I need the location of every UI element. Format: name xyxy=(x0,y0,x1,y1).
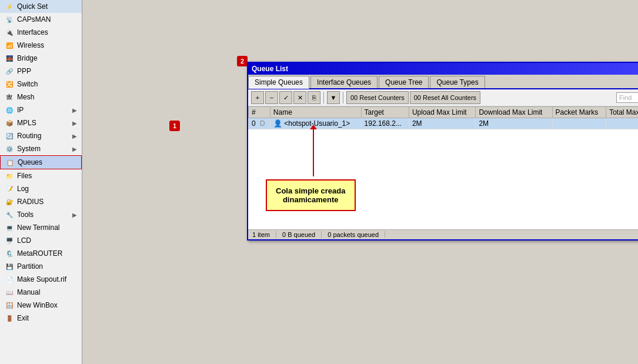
sidebar-item-label: CAPsMAN xyxy=(17,15,51,24)
sidebar-item-label: Bridge xyxy=(17,54,38,62)
sidebar-item-make-supout[interactable]: 📄 Make Supout.rif xyxy=(0,273,82,286)
sidebar-item-capsman[interactable]: 📡 CAPsMAN xyxy=(0,13,82,26)
switch-icon: 🔀 xyxy=(5,79,14,89)
sidebar-item-label: Exit xyxy=(17,314,29,322)
sidebar-item-label: Wireless xyxy=(17,41,44,49)
make-supout-icon: 📄 xyxy=(5,275,14,284)
statusbar: 1 item 0 B queued 0 packets queued xyxy=(248,229,638,239)
sidebar: ⚡ Quick Set 📡 CAPsMAN 🔌 Interfaces 📶 Wir… xyxy=(0,0,82,364)
sidebar-item-label: Log xyxy=(17,185,29,193)
sidebar-item-bridge[interactable]: 🌉 Bridge xyxy=(0,52,82,65)
sidebar-item-label: Partition xyxy=(17,262,43,271)
table-container: # Name Target Upload Max Limit Download … xyxy=(248,106,638,229)
sidebar-item-queues[interactable]: 📋 Queues xyxy=(0,155,82,169)
annotation-box: Cola simple creada dinamicamente xyxy=(266,179,356,211)
tools-arrow: ▶ xyxy=(72,212,77,218)
col-header-total-max: Total Max Limit (bi... ▼ xyxy=(606,107,638,118)
sidebar-item-exit[interactable]: 🚪 Exit xyxy=(0,312,82,325)
sidebar-item-lcd[interactable]: 🖥️ LCD xyxy=(0,234,82,247)
sidebar-item-label: IP xyxy=(17,106,24,114)
sidebar-item-system[interactable]: ⚙️ System ▶ xyxy=(0,142,82,155)
sidebar-item-mesh[interactable]: 🕸 Mesh xyxy=(0,91,82,103)
ip-arrow: ▶ xyxy=(72,107,77,113)
sidebar-item-wireless[interactable]: 📶 Wireless xyxy=(0,39,82,52)
manual-icon: 📖 xyxy=(5,288,14,297)
sidebar-item-label: PPP xyxy=(17,67,31,75)
main-content: 1 2 Queue List ─ □ ✕ Simple Queues Inter… xyxy=(82,0,638,364)
cell-packet-marks xyxy=(552,118,606,129)
new-terminal-icon: 💻 xyxy=(5,223,14,232)
sidebar-item-interfaces[interactable]: 🔌 Interfaces xyxy=(0,26,82,39)
routing-arrow: ▶ xyxy=(72,133,77,139)
remove-button[interactable]: − xyxy=(265,91,278,104)
sidebar-item-label: Manual xyxy=(17,288,40,296)
find-input[interactable]: Find xyxy=(616,92,638,103)
sidebar-item-label: New WinBox xyxy=(17,301,58,309)
disable-button[interactable]: ✕ xyxy=(293,91,306,104)
enable-button[interactable]: ✓ xyxy=(279,91,292,104)
capsman-icon: 📡 xyxy=(5,15,14,24)
sidebar-item-files[interactable]: 📁 Files xyxy=(0,169,82,182)
sidebar-item-manual[interactable]: 📖 Manual xyxy=(0,286,82,299)
tabs-bar: Simple Queues Interface Queues Queue Tre… xyxy=(248,75,638,89)
toolbar-separator xyxy=(323,92,324,103)
sidebar-item-tools[interactable]: 🔧 Tools ▶ xyxy=(0,208,82,221)
toolbar-separator-2 xyxy=(343,92,343,103)
lcd-icon: 🖥️ xyxy=(5,236,14,245)
tab-interface-queues[interactable]: Interface Queues xyxy=(310,76,378,88)
sidebar-item-radius[interactable]: 🔐 RADIUS xyxy=(0,195,82,208)
sidebar-item-label: MPLS xyxy=(17,119,36,127)
sidebar-item-label: Interfaces xyxy=(17,28,48,36)
copy-button[interactable]: ⎘ xyxy=(308,91,320,104)
sidebar-item-label: RADIUS xyxy=(17,198,44,206)
sidebar-item-log[interactable]: 📝 Log xyxy=(0,182,82,195)
statusbar-item-count: 1 item xyxy=(251,231,276,238)
col-header-packet-marks: Packet Marks xyxy=(552,107,606,118)
mpls-arrow: ▶ xyxy=(72,120,77,126)
sidebar-item-partition[interactable]: 💾 Partition xyxy=(0,260,82,273)
cell-upload-max: 2M xyxy=(409,118,475,129)
sidebar-item-label: Routing xyxy=(17,132,41,140)
sidebar-item-new-terminal[interactable]: 💻 New Terminal xyxy=(0,221,82,234)
col-header-num: # xyxy=(249,107,270,118)
radius-icon: 🔐 xyxy=(5,197,14,206)
tab-queue-tree[interactable]: Queue Tree xyxy=(379,76,429,88)
window-title: Queue List xyxy=(252,65,288,73)
system-icon: ⚙️ xyxy=(5,144,14,153)
mpls-icon: 📦 xyxy=(5,118,14,128)
sidebar-item-label: System xyxy=(17,145,41,153)
sidebar-item-label: Switch xyxy=(17,80,38,88)
sidebar-item-mpls[interactable]: 📦 MPLS ▶ xyxy=(0,116,82,129)
sidebar-item-routing[interactable]: 🔄 Routing ▶ xyxy=(0,129,82,142)
ip-icon: 🌐 xyxy=(5,105,14,115)
sidebar-item-metarouter[interactable]: 🗜️ MetaROUTER xyxy=(0,247,82,260)
cell-target: 192.168.2... xyxy=(361,118,409,129)
sidebar-item-quick-set[interactable]: ⚡ Quick Set xyxy=(0,0,82,13)
annotation-arrowhead xyxy=(310,125,317,129)
sidebar-item-label: Queues xyxy=(18,158,42,166)
system-arrow: ▶ xyxy=(72,146,77,152)
reset-counters-button[interactable]: 00 Reset Counters xyxy=(346,91,409,104)
sidebar-item-label: Files xyxy=(17,172,32,180)
interfaces-icon: 🔌 xyxy=(5,28,14,37)
partition-icon: 💾 xyxy=(5,262,14,271)
sidebar-item-label: Mesh xyxy=(17,93,34,101)
table-empty-area: Cola simple creada dinamicamente xyxy=(248,129,638,229)
sidebar-item-label: New Terminal xyxy=(17,223,59,232)
sidebar-item-switch[interactable]: 🔀 Switch xyxy=(0,78,82,91)
exit-icon: 🚪 xyxy=(5,313,14,323)
tab-queue-types[interactable]: Queue Types xyxy=(430,76,485,88)
table-row[interactable]: 0 D 👤 <hotspot-Usuario_1> 192.168.2... 2… xyxy=(249,118,639,129)
badge-2: 2 xyxy=(237,56,248,66)
filter-button[interactable]: ▼ xyxy=(327,91,340,104)
sidebar-item-new-winbox[interactable]: 🪟 New WinBox xyxy=(0,299,82,312)
sidebar-item-label: MetaROUTER xyxy=(17,249,62,258)
col-header-upload-max: Upload Max Limit xyxy=(409,107,475,118)
statusbar-item-queued-packets: 0 packets queued xyxy=(322,231,385,238)
add-button[interactable]: + xyxy=(251,91,264,104)
tab-simple-queues[interactable]: Simple Queues xyxy=(248,76,309,89)
sidebar-item-ip[interactable]: 🌐 IP ▶ xyxy=(0,103,82,116)
sidebar-item-ppp[interactable]: 🔗 PPP xyxy=(0,65,82,78)
cell-total-max xyxy=(606,118,638,129)
reset-all-counters-button[interactable]: 00 Reset All Counters xyxy=(410,91,480,104)
